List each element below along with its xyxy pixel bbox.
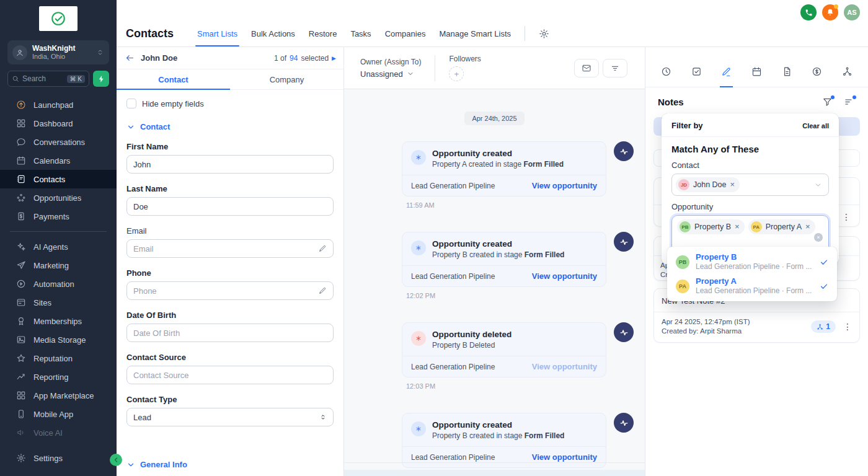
sidebar-item-payments[interactable]: Payments xyxy=(0,207,117,226)
owner-select[interactable]: Unassigned xyxy=(360,69,421,79)
note-menu-button[interactable]: ⋮ xyxy=(843,324,852,330)
phone-button[interactable] xyxy=(800,4,817,20)
sidebar-item-calendars[interactable]: Calendars xyxy=(0,151,117,170)
settings-gear-button[interactable] xyxy=(539,29,549,39)
note-menu-button[interactable]: ⋮ xyxy=(842,214,851,220)
sidebar-item-voice-ai[interactable]: Voice AI xyxy=(0,423,117,442)
notes-filter-popover: Filter by Clear all Match Any of These C… xyxy=(662,113,839,265)
activity-timeline-panel: Owner (Assign To) Unassigned Followers + xyxy=(344,47,645,476)
contact-type-select[interactable]: Lead xyxy=(126,408,334,426)
opportunity-chip-avatar: PB xyxy=(680,221,691,232)
filter-lines-icon xyxy=(610,63,620,73)
sidebar-item-app-marketplace[interactable]: App Marketplace xyxy=(0,386,117,405)
pencil-icon[interactable] xyxy=(318,244,327,253)
tab-tasks[interactable] xyxy=(691,56,702,87)
tab-contact[interactable]: Contact xyxy=(117,69,230,89)
sidebar-item-media-storage[interactable]: Media Storage xyxy=(0,330,117,349)
tab-bulk-actions[interactable]: Bulk Actions xyxy=(251,20,295,46)
remove-chip-icon[interactable]: × xyxy=(735,223,740,231)
option-property-a[interactable]: PA Property A Lead Generation Pipeline ·… xyxy=(667,274,837,298)
sidebar-item-settings[interactable]: Settings xyxy=(0,444,117,472)
filter-activity-button[interactable] xyxy=(603,59,627,77)
sidebar-item-launchpad[interactable]: Launchpad xyxy=(0,95,117,114)
clear-selection-icon[interactable]: × xyxy=(814,233,823,242)
tab-appointments[interactable] xyxy=(751,56,762,87)
notes-filter-button[interactable] xyxy=(822,97,833,107)
tab-payments[interactable] xyxy=(812,56,822,87)
view-opportunity-link[interactable]: View opportunity xyxy=(532,181,597,190)
option-avatar: PB xyxy=(676,255,689,269)
opportunity-deleted-icon xyxy=(411,331,426,346)
sidebar-search-input[interactable]: Search ⌘ K xyxy=(7,71,89,87)
mobile-icon xyxy=(16,409,26,419)
tab-notes[interactable] xyxy=(721,56,732,87)
back-arrow-button[interactable] xyxy=(125,53,135,63)
sidebar-item-sites[interactable]: Sites xyxy=(0,293,117,312)
tab-company[interactable]: Company xyxy=(230,69,343,89)
sidebar-item-reporting[interactable]: Reporting xyxy=(0,368,117,386)
general-info-section-toggle[interactable]: General Info xyxy=(126,460,334,469)
voice-icon xyxy=(16,428,26,438)
clear-all-button[interactable]: Clear all xyxy=(802,122,829,130)
opportunity-chip: PA Property A × xyxy=(748,219,815,234)
select-stepper-icon xyxy=(319,413,327,421)
chevron-down-icon xyxy=(126,461,135,469)
sidebar-item-marketing[interactable]: Marketing xyxy=(0,256,117,275)
funnel-icon xyxy=(822,97,833,107)
view-opportunity-link[interactable]: View opportunity xyxy=(532,271,597,281)
tab-smart-lists[interactable]: Smart Lists xyxy=(197,20,237,46)
user-avatar[interactable]: AS xyxy=(844,4,860,20)
sidebar-item-mobile-app[interactable]: Mobile App xyxy=(0,405,117,423)
contact-source-input[interactable] xyxy=(133,371,327,380)
sidebar-item-reputation[interactable]: Reputation xyxy=(0,349,117,368)
note-associations-badge[interactable]: 1 xyxy=(811,320,836,333)
contact-filter-label: Contact xyxy=(671,161,829,170)
quick-actions-button[interactable] xyxy=(93,71,109,87)
pager-total-link[interactable]: 94 xyxy=(290,54,298,63)
browser-icon xyxy=(16,298,26,307)
add-follower-button[interactable]: + xyxy=(449,66,464,81)
email-button[interactable] xyxy=(574,59,599,77)
phone-input[interactable] xyxy=(133,286,314,296)
remove-chip-icon[interactable]: × xyxy=(805,223,810,231)
tab-companies[interactable]: Companies xyxy=(385,20,426,46)
notifications-button[interactable] xyxy=(822,4,838,20)
last-name-input[interactable] xyxy=(133,202,327,211)
first-name-input[interactable] xyxy=(133,160,327,169)
tab-tasks[interactable]: Tasks xyxy=(350,20,371,46)
contact-section-toggle[interactable]: Contact xyxy=(126,122,334,131)
sidebar-collapse-button[interactable] xyxy=(110,454,122,466)
tab-documents[interactable] xyxy=(782,56,792,87)
opportunity-created-icon xyxy=(411,421,426,436)
notes-sort-button[interactable] xyxy=(844,97,854,107)
tab-restore[interactable]: Restore xyxy=(309,20,337,46)
option-property-b[interactable]: PB Property B Lead Generation Pipeline ·… xyxy=(667,250,837,274)
tab-manage-smart-lists[interactable]: Manage Smart Lists xyxy=(439,20,511,46)
tab-activity-history[interactable] xyxy=(661,56,671,87)
sidebar-item-opportunities[interactable]: Opportunities xyxy=(0,188,117,207)
activity-avatar xyxy=(614,232,634,252)
sidebar-item-conversations[interactable]: Conversations xyxy=(0,133,117,151)
pencil-icon[interactable] xyxy=(318,286,327,295)
view-opportunity-link[interactable]: View opportunity xyxy=(532,452,597,462)
hide-empty-checkbox[interactable] xyxy=(126,99,136,108)
owner-block: Owner (Assign To) Unassigned xyxy=(360,58,421,79)
dob-input[interactable] xyxy=(133,328,327,338)
sidebar-item-automation[interactable]: Automation xyxy=(0,275,117,293)
workspace-switcher[interactable]: WashKnight India, Ohio xyxy=(7,40,109,64)
contact-filter-select[interactable]: JD John Doe × xyxy=(671,174,829,196)
email-input[interactable] xyxy=(133,244,314,253)
sidebar-item-contacts[interactable]: Contacts xyxy=(0,170,117,188)
view-opportunity-link[interactable]: View opportunity xyxy=(532,362,597,371)
timeline-scroll-area[interactable]: Apr 24th, 2025 Opportunity created Prope… xyxy=(344,89,645,476)
remove-chip-icon[interactable]: × xyxy=(730,181,735,188)
contact-source-label: Contact Source xyxy=(126,353,334,362)
event-timestamp: 11:59 AM xyxy=(406,201,634,209)
sidebar-item-ai-agents[interactable]: AI Agents xyxy=(0,237,117,256)
tab-associations[interactable] xyxy=(842,56,852,87)
sidebar-item-dashboard[interactable]: Dashboard xyxy=(0,114,117,133)
bell-icon xyxy=(826,8,835,17)
workspace-avatar-icon xyxy=(12,45,27,60)
next-contact-button[interactable]: ▶ xyxy=(332,55,336,61)
sidebar-item-memberships[interactable]: Memberships xyxy=(0,312,117,330)
